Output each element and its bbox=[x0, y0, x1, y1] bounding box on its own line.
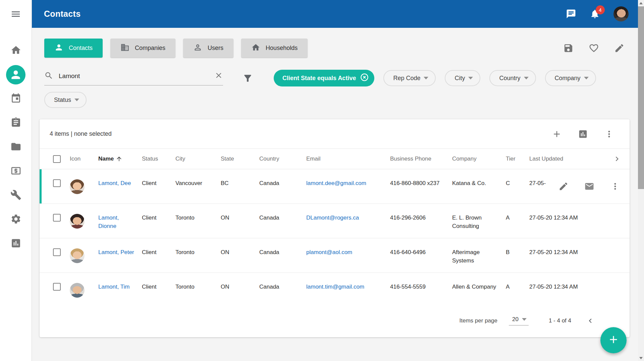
scrollbar-down-arrow[interactable] bbox=[638, 355, 644, 361]
sidebar-item-settings[interactable] bbox=[0, 207, 32, 232]
sidebar bbox=[0, 0, 32, 361]
remove-filter-icon[interactable] bbox=[360, 73, 369, 83]
notifications-bell-icon[interactable]: 4 bbox=[590, 9, 600, 19]
edit-pencil-icon[interactable] bbox=[614, 43, 625, 53]
sidebar-item-documents[interactable] bbox=[0, 135, 32, 159]
scrollbar-thumb[interactable] bbox=[638, 6, 644, 189]
contact-name-link[interactable]: Lamont, Tim bbox=[98, 284, 130, 290]
column-header-last-updated[interactable]: Last Updated bbox=[529, 156, 583, 162]
filter-chip-company[interactable]: Company bbox=[545, 70, 596, 86]
save-icon[interactable] bbox=[563, 43, 574, 53]
column-header-status[interactable]: Status bbox=[142, 156, 175, 162]
person-icon bbox=[6, 65, 25, 84]
column-header-icon[interactable]: Icon bbox=[70, 156, 98, 162]
scrollbar-up-arrow[interactable] bbox=[638, 0, 644, 6]
tab-contacts[interactable]: Contacts bbox=[44, 39, 103, 58]
calendar-icon bbox=[10, 93, 21, 105]
email-envelope-icon[interactable] bbox=[584, 181, 594, 191]
column-label: State bbox=[221, 156, 234, 162]
contact-email-link[interactable]: lamont.dee@gmail.com bbox=[306, 180, 366, 186]
add-column-plus-icon[interactable] bbox=[552, 129, 562, 139]
sidebar-item-contacts[interactable] bbox=[0, 63, 32, 87]
user-avatar[interactable] bbox=[613, 6, 629, 21]
filter-chip-city[interactable]: City bbox=[445, 70, 480, 86]
filter-chip-rep-code[interactable]: Rep Code bbox=[383, 70, 436, 86]
sidebar-item-home[interactable] bbox=[0, 39, 32, 63]
cell-status: Client bbox=[142, 273, 175, 307]
row-checkbox[interactable] bbox=[53, 248, 61, 256]
view-actions bbox=[563, 43, 628, 53]
topbar-actions: 4 bbox=[566, 6, 629, 21]
tab-companies[interactable]: Companies bbox=[110, 39, 175, 58]
tab-households[interactable]: Households bbox=[241, 39, 308, 58]
select-all-checkbox[interactable] bbox=[53, 155, 61, 163]
column-header-business-phone[interactable]: Business Phone bbox=[390, 156, 452, 162]
contact-email-link[interactable]: DLamont@rogers.ca bbox=[306, 215, 359, 221]
column-header-country[interactable]: Country bbox=[259, 156, 306, 162]
contact-photo bbox=[70, 214, 85, 229]
filter-chip-status[interactable]: Status bbox=[44, 92, 87, 108]
clear-search-icon[interactable] bbox=[214, 71, 223, 81]
contact-email-link[interactable]: plamont@aol.com bbox=[306, 249, 352, 255]
column-header-name[interactable]: Name bbox=[98, 156, 142, 162]
previous-page-icon[interactable] bbox=[586, 316, 595, 325]
column-header-email[interactable]: Email bbox=[306, 156, 390, 162]
row-kebab-icon[interactable] bbox=[610, 181, 620, 191]
search-input[interactable] bbox=[59, 72, 209, 80]
favorite-heart-icon[interactable] bbox=[589, 43, 599, 53]
active-filter-chip[interactable]: Client State equals Active bbox=[274, 70, 374, 86]
active-filter-label: Client State equals Active bbox=[282, 75, 356, 82]
more-options-kebab-icon[interactable] bbox=[604, 129, 614, 139]
tab-label: Users bbox=[208, 45, 223, 52]
tab-label: Households bbox=[266, 45, 298, 52]
add-contact-fab[interactable] bbox=[600, 327, 627, 353]
table-row[interactable]: Lamont, Dee Client Vancouver BC Canada l… bbox=[40, 169, 630, 204]
sidebar-item-tools[interactable] bbox=[0, 183, 32, 207]
column-label: Business Phone bbox=[390, 156, 431, 162]
plus-icon bbox=[607, 334, 620, 347]
chip-label: Rep Code bbox=[393, 75, 420, 82]
topbar: Contacts 4 bbox=[32, 0, 638, 28]
dollar-icon bbox=[10, 165, 21, 178]
page-size-select[interactable]: 20 bbox=[509, 316, 529, 325]
filter-funnel-icon[interactable] bbox=[243, 73, 253, 83]
table-row[interactable]: Lamont, Peter Client Toronto ON Canada p… bbox=[40, 238, 630, 273]
chart-view-icon[interactable] bbox=[578, 129, 588, 139]
contact-name-link[interactable]: Lamont, Dee bbox=[98, 180, 131, 186]
row-checkbox[interactable] bbox=[53, 283, 61, 291]
sidebar-item-reports[interactable] bbox=[0, 232, 32, 256]
column-header-city[interactable]: City bbox=[175, 156, 221, 162]
bar-chart-icon bbox=[10, 238, 21, 250]
tab-users[interactable]: Users bbox=[183, 39, 233, 58]
table-row[interactable]: Lamont, Tim Client Toronto ON Canada lam… bbox=[40, 273, 630, 307]
row-hover-actions bbox=[558, 181, 620, 191]
edit-pencil-icon[interactable] bbox=[558, 181, 569, 191]
cell-country: Canada bbox=[259, 273, 306, 307]
wrench-icon bbox=[10, 189, 21, 202]
column-header-tier[interactable]: Tier bbox=[506, 156, 529, 162]
page-title: Contacts bbox=[44, 9, 80, 19]
cell-city: Toronto bbox=[175, 273, 221, 307]
contact-name-link[interactable]: Lamont, Peter bbox=[98, 249, 134, 255]
building-icon bbox=[120, 43, 129, 54]
cell-state: ON bbox=[221, 238, 259, 273]
sidebar-item-billing[interactable] bbox=[0, 159, 32, 183]
row-checkbox[interactable] bbox=[53, 214, 61, 222]
column-header-state[interactable]: State bbox=[221, 156, 259, 162]
contact-email-link[interactable]: lamont.tim@gmail.com bbox=[306, 284, 364, 290]
cell-business-phone: 416-554-5559 bbox=[390, 273, 452, 307]
row-checkbox[interactable] bbox=[53, 179, 61, 187]
cell-last-updated: 27-05-20 12:34 AM bbox=[529, 273, 583, 307]
sort-ascending-icon bbox=[116, 156, 122, 162]
scroll-columns-right-icon[interactable] bbox=[612, 155, 622, 164]
table-row[interactable]: Lamont, Dionne Client Toronto ON Canada … bbox=[40, 204, 630, 238]
column-label: Country bbox=[259, 156, 279, 162]
cell-city: Toronto bbox=[175, 238, 221, 273]
contact-name-link[interactable]: Lamont, Dionne bbox=[98, 215, 119, 229]
column-header-company[interactable]: Company bbox=[452, 156, 506, 162]
filter-chip-country[interactable]: Country bbox=[489, 70, 536, 86]
sidebar-item-calendar[interactable] bbox=[0, 87, 32, 111]
sidebar-item-tasks[interactable] bbox=[0, 111, 32, 135]
menu-icon[interactable] bbox=[0, 0, 32, 28]
chat-icon[interactable] bbox=[566, 9, 576, 19]
